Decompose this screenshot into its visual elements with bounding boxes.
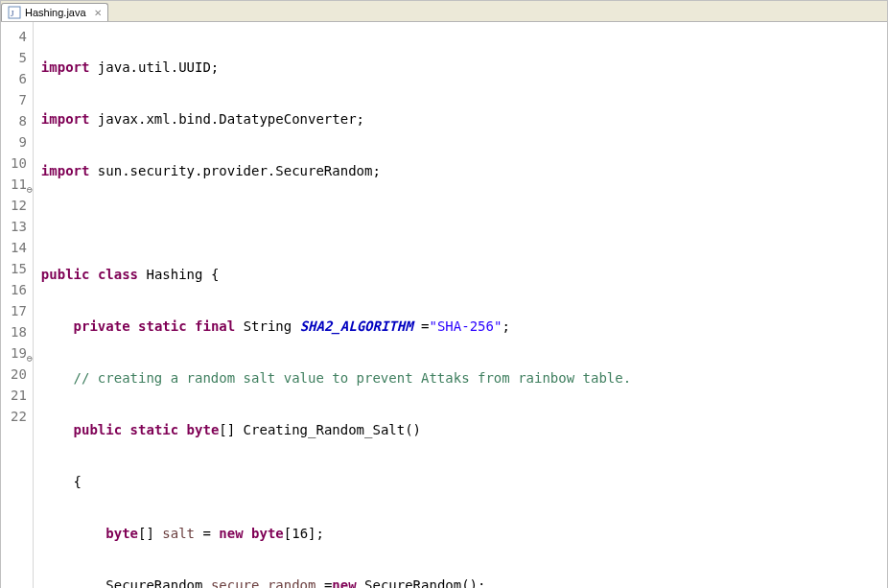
fold-collapse-icon[interactable]: ⊖ [23,348,33,358]
code-body[interactable]: import java.util.UUID; import javax.xml.… [34,22,744,588]
editor-tab-hashing[interactable]: J Hashing.java ✕ [1,3,108,21]
svg-text:J: J [11,9,14,18]
fold-collapse-icon[interactable]: ⊖ [23,179,33,189]
java-file-icon: J [8,6,21,19]
editor-tab-bar: J Hashing.java ✕ [1,1,887,22]
constant-field: SHA2_ALGORITHM [300,318,413,334]
keyword: import [41,59,90,75]
keyword: public [41,267,90,282]
editor-tab-label: Hashing.java [25,7,86,18]
keyword: class [98,267,138,282]
comment: // creating a random salt value to preve… [74,370,632,386]
editor-area: J Hashing.java ✕ 4 5 6 7 8 9 10 11⊖ 12 1… [0,0,888,588]
keyword: import [41,111,90,127]
line-number-gutter: 4 5 6 7 8 9 10 11⊖ 12 13 14 15 16 17 18 … [1,22,34,588]
close-icon[interactable]: ✕ [94,8,102,18]
keyword: import [41,163,90,178]
string-literal: "SHA-256" [430,318,502,334]
